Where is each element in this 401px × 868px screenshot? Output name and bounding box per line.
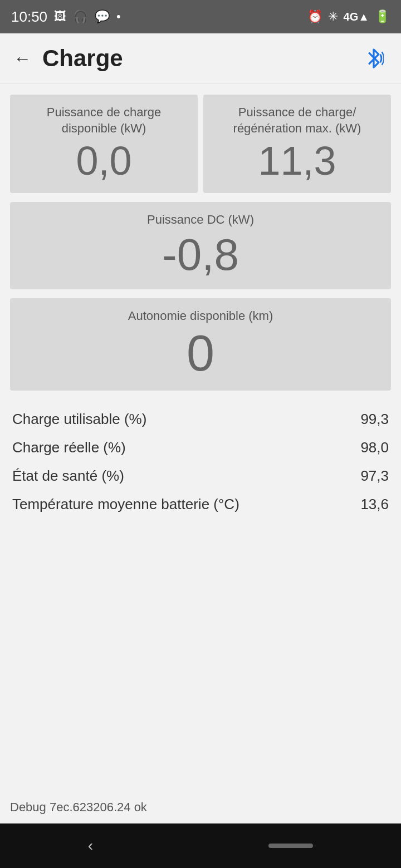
autonomie-label: Autonomie disponible (km) [128, 308, 273, 324]
status-left: 10:50 🖼 🎧 💬 • [11, 8, 121, 26]
dot-icon: • [116, 9, 121, 24]
stat-value-temperature: 13,6 [360, 496, 389, 513]
battery-icon: 🔋 [375, 9, 390, 24]
status-right: ⏰ ✳ 4G▲ 🔋 [307, 9, 390, 24]
puissance-dc-label: Puissance DC (kW) [147, 212, 254, 228]
puissance-dc-card: Puissance DC (kW) -0,8 [10, 202, 391, 289]
autonomie-card: Autonomie disponible (km) 0 [10, 298, 391, 391]
alarm-icon: ⏰ [307, 9, 322, 24]
image-icon: 🖼 [54, 9, 66, 24]
headphone-icon: 🎧 [73, 9, 88, 24]
nav-back-icon[interactable]: ‹ [88, 837, 93, 855]
bluetooth-status-icon: ✳ [328, 9, 338, 24]
bluetooth-icon[interactable] [360, 45, 388, 72]
puissance-charge-value: 0,0 [76, 141, 131, 181]
puissance-charge-label: Puissance de charge disponible (kW) [19, 105, 189, 136]
puissance-charge-regen-label: Puissance de charge/ régénération max. (… [212, 105, 382, 136]
status-bar: 10:50 🖼 🎧 💬 • ⏰ ✳ 4G▲ 🔋 [0, 0, 401, 33]
puissance-charge-regen-value: 11,3 [258, 141, 336, 181]
puissance-charge-regen-card: Puissance de charge/ régénération max. (… [203, 95, 391, 193]
stat-label-etat-sante: État de santé (%) [12, 467, 124, 485]
stat-row-temperature: Température moyenne batterie (°C) 13,6 [10, 490, 391, 519]
stat-value-charge-utilisable: 99,3 [360, 411, 389, 428]
stat-label-charge-utilisable: Charge utilisable (%) [12, 411, 146, 428]
network-icon: 4G▲ [344, 11, 369, 23]
autonomie-value: 0 [187, 328, 214, 378]
status-time: 10:50 [11, 8, 47, 26]
stat-value-charge-reelle: 98,0 [360, 439, 389, 456]
debug-text: Debug 7ec.623206.24 ok [10, 800, 147, 814]
main-content: Puissance de charge disponible (kW) 0,0 … [0, 83, 401, 791]
stat-label-temperature: Température moyenne batterie (°C) [12, 496, 239, 513]
stats-list: Charge utilisable (%) 99,3 Charge réelle… [10, 405, 391, 519]
stat-row-charge-utilisable: Charge utilisable (%) 99,3 [10, 405, 391, 433]
chat-icon: 💬 [95, 9, 110, 24]
app-bar: ← Charge [0, 33, 401, 83]
stat-row-etat-sante: État de santé (%) 97,3 [10, 462, 391, 490]
stat-row-charge-reelle: Charge réelle (%) 98,0 [10, 433, 391, 462]
puissance-charge-card: Puissance de charge disponible (kW) 0,0 [10, 95, 198, 193]
stat-label-charge-reelle: Charge réelle (%) [12, 439, 126, 456]
nav-home-pill[interactable] [268, 844, 313, 848]
debug-area: Debug 7ec.623206.24 ok [0, 791, 401, 823]
page-title: Charge [42, 45, 360, 72]
stat-value-etat-sante: 97,3 [360, 467, 389, 485]
nav-bar: ‹ [0, 823, 401, 868]
top-cards-row: Puissance de charge disponible (kW) 0,0 … [10, 95, 391, 193]
puissance-dc-value: -0,8 [162, 233, 239, 277]
back-button[interactable]: ← [13, 50, 31, 67]
